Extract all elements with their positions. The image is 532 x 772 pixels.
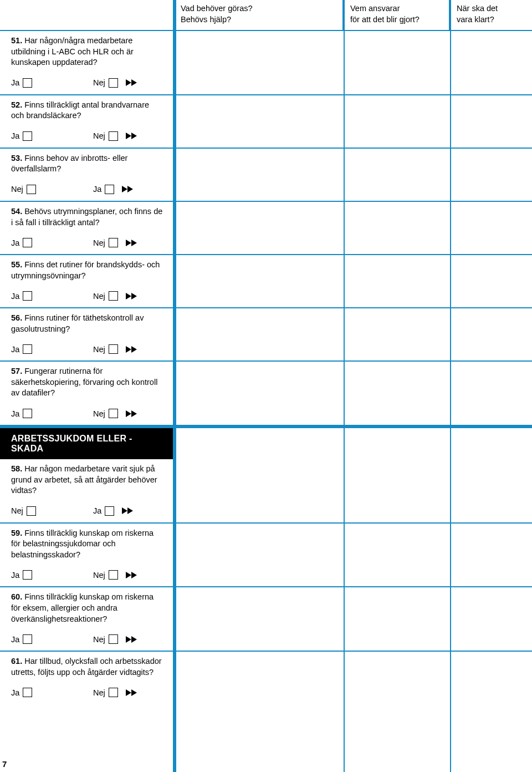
arrow-icon	[126, 240, 137, 246]
answer-option-nej: Nej	[11, 185, 93, 194]
answer-option-nej: Nej	[93, 344, 118, 354]
answer-label: Nej	[93, 688, 105, 697]
checkbox[interactable]	[23, 344, 32, 354]
checkbox[interactable]	[23, 570, 32, 580]
question-row: 58. Har någon medarbetare varit sjuk på …	[0, 459, 532, 501]
answer-cell: JaNej	[0, 403, 174, 425]
checkbox[interactable]	[23, 131, 32, 141]
header-line: När ska det	[457, 3, 525, 14]
answer-fill	[174, 95, 532, 126]
question-cell: 61. Har tillbud, olycksfall och arbetssk…	[0, 652, 174, 682]
question-group: 51. Har någon/några medarbetare utbildni…	[0, 30, 532, 94]
vertical-line	[450, 0, 451, 772]
answer-label: Nej	[93, 571, 105, 580]
answer-fill	[174, 362, 532, 403]
checkbox[interactable]	[109, 688, 118, 697]
question-group: 52. Finns tillräckligt antal brandvarnar…	[0, 94, 532, 148]
answer-cell: NejJa	[0, 501, 174, 522]
answer-label: Nej	[93, 131, 105, 140]
arrow-icon	[126, 346, 137, 353]
answer-cell: JaNej	[0, 126, 174, 148]
arrow-icon	[126, 689, 137, 696]
question-group: 54. Behövs utrymningsplaner, och finns d…	[0, 201, 532, 254]
question-body: Finns behov av inbrotts- eller överfalls…	[11, 154, 127, 174]
checkbox[interactable]	[109, 131, 118, 141]
checkbox[interactable]	[109, 291, 118, 301]
answer-label: Nej	[11, 506, 23, 515]
answer-option-ja: Ja	[11, 291, 93, 301]
answer-fill	[174, 31, 532, 73]
checkbox[interactable]	[23, 634, 32, 644]
answer-option-ja: Ja	[11, 688, 93, 697]
answer-option-ja: Ja	[11, 344, 93, 354]
question-group: 53. Finns behov av inbrotts- eller överf…	[0, 148, 532, 201]
question-cell: 59. Finns tillräcklig kunskap om riskern…	[0, 524, 174, 565]
answer-label: Nej	[11, 185, 23, 194]
answer-option-nej: Nej	[93, 688, 118, 697]
question-cell: 51. Har någon/några medarbetare utbildni…	[0, 31, 174, 73]
checkbox[interactable]	[109, 344, 118, 354]
question-body: Finns det rutiner för brandskydds- och u…	[11, 260, 160, 280]
checkbox[interactable]	[105, 506, 114, 516]
checkbox[interactable]	[23, 78, 32, 88]
question-row: 55. Finns det rutiner för brandskydds- o…	[0, 255, 532, 286]
answer-option-nej: Nej	[93, 238, 118, 247]
question-text: 58. Har någon medarbetare varit sjuk på …	[11, 464, 163, 496]
answer-label: Nej	[93, 345, 105, 354]
question-row: 51. Har någon/några medarbetare utbildni…	[0, 31, 532, 73]
checkbox[interactable]	[105, 185, 114, 194]
answer-label: Ja	[11, 345, 19, 354]
checkbox[interactable]	[27, 506, 36, 516]
answer-option-ja: Ja	[93, 506, 114, 516]
answer-fill	[174, 524, 532, 565]
arrow-icon	[126, 572, 137, 578]
checkbox[interactable]	[109, 78, 118, 88]
question-row: 57. Fungerar rutinerna för säkerhetskopi…	[0, 362, 532, 403]
answer-option-ja: Ja	[11, 409, 93, 418]
header-line: Vad behöver göras?	[181, 3, 337, 14]
answer-row: NejJa	[0, 501, 532, 522]
answer-label: Nej	[93, 78, 105, 87]
answer-row: JaNej	[0, 629, 532, 651]
checkbox[interactable]	[23, 688, 32, 697]
checkbox[interactable]	[23, 409, 32, 418]
checkbox[interactable]	[23, 291, 32, 301]
question-number: 52.	[11, 100, 22, 109]
question-body: Finns rutiner för täthetskontroll av gas…	[11, 313, 144, 333]
answer-fill	[174, 255, 532, 286]
answer-row: JaNej	[0, 126, 532, 148]
answer-fill	[174, 149, 532, 179]
question-text: 51. Har någon/några medarbetare utbildni…	[11, 35, 163, 68]
answer-label: Ja	[11, 688, 19, 697]
answer-row: JaNej	[0, 286, 532, 307]
checkbox[interactable]	[27, 185, 36, 194]
answer-option-ja: Ja	[11, 634, 93, 644]
question-text: 55. Finns det rutiner för brandskydds- o…	[11, 260, 163, 281]
question-text: 60. Finns tillräcklig kunskap om riskern…	[11, 592, 163, 624]
page-number: 7	[2, 759, 7, 769]
answer-option-ja: Ja	[11, 570, 93, 580]
answer-cell: JaNej	[0, 682, 174, 704]
arrow-icon	[126, 636, 137, 643]
form-page: Vad behöver göras? Behövs hjälp? Vem ans…	[0, 0, 532, 772]
question-number: 53.	[11, 154, 22, 162]
checkbox[interactable]	[109, 570, 118, 580]
question-text: 57. Fungerar rutinerna för säkerhetskopi…	[11, 366, 163, 399]
checkbox[interactable]	[109, 238, 118, 247]
answer-option-ja: Ja	[11, 131, 93, 141]
checkbox[interactable]	[109, 409, 118, 418]
question-text: 56. Finns rutiner för täthetskontroll av…	[11, 313, 163, 334]
header-col-deadline: När ska det vara klart?	[450, 0, 531, 30]
section-header-row: ARBETSSJUKDOM ELLER -SKADA	[0, 425, 532, 459]
arrow-icon	[126, 133, 137, 139]
checkbox[interactable]	[23, 238, 32, 247]
question-group: 58. Har någon medarbetare varit sjuk på …	[0, 459, 532, 522]
question-row: 53. Finns behov av inbrotts- eller överf…	[0, 149, 532, 179]
header-spacer	[0, 0, 174, 30]
header-line: Vem ansvarar	[350, 3, 443, 14]
answer-option-nej: Nej	[93, 570, 118, 580]
question-number: 54.	[11, 207, 22, 216]
header-row: Vad behöver göras? Behövs hjälp? Vem ans…	[0, 0, 532, 30]
checkbox[interactable]	[109, 634, 118, 644]
question-body: Har tillbud, olycksfall och arbetsskador…	[11, 657, 162, 677]
